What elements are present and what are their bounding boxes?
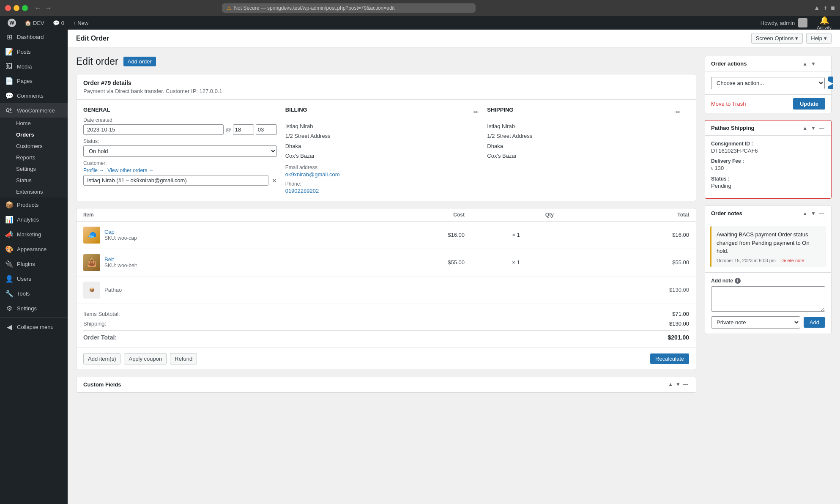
- date-time-row: @: [83, 124, 277, 135]
- sidebar-sub-item-customers[interactable]: Customers: [0, 140, 68, 152]
- remove-customer-icon[interactable]: ✕: [272, 177, 277, 184]
- add-note-section: Add note i Private note Note to customer…: [705, 272, 831, 334]
- delete-note-link[interactable]: Delete note: [780, 258, 804, 263]
- sidebar-sub-item-reports[interactable]: Reports: [0, 152, 68, 163]
- sidebar-sub-item-home[interactable]: Home: [0, 118, 68, 129]
- notes-down-icon[interactable]: ▼: [810, 211, 817, 216]
- howdy-item[interactable]: Howdy, admin: [756, 16, 812, 30]
- cap-name-link[interactable]: Cap: [104, 229, 115, 235]
- sidebar-item-users[interactable]: 👤 Users: [0, 271, 68, 286]
- view-orders-link[interactable]: View other orders →: [107, 167, 153, 173]
- table-row: 👜 Belt SKU: woo-belt $55.00 × 1: [77, 249, 696, 276]
- order-action-select[interactable]: Choose an action... Email invoice / orde…: [711, 77, 825, 89]
- comments-item[interactable]: 💬 0: [49, 16, 68, 30]
- notes-toggle-icon[interactable]: —: [818, 211, 825, 216]
- address-bar[interactable]: ⚠ Not Secure — springdevs.test/wp-admin/…: [222, 3, 476, 13]
- pathao-down-icon[interactable]: ▼: [810, 125, 817, 131]
- new-content-item[interactable]: + New: [68, 16, 93, 30]
- sidebar-sub-item-orders[interactable]: Orders: [0, 129, 68, 140]
- sidebar-collapse-item[interactable]: ◀ Collapse menu: [0, 320, 68, 334]
- sidebar-item-plugins[interactable]: 🔌 Plugins: [0, 257, 68, 271]
- pathao-toggle-icon[interactable]: —: [818, 125, 825, 131]
- belt-cost: $55.00: [348, 249, 471, 276]
- order-actions-toggle[interactable]: —: [818, 61, 825, 67]
- order-actions-up[interactable]: ▲: [802, 61, 808, 67]
- wp-logo-item[interactable]: W: [3, 16, 20, 30]
- minute-input[interactable]: [256, 124, 277, 135]
- sidebar-item-settings[interactable]: ⚙ Settings: [0, 301, 68, 316]
- pathao-info: Consignment ID : DT161023FPCAF6 Delivery…: [705, 136, 831, 198]
- recalculate-button[interactable]: Recalculate: [650, 353, 689, 364]
- site-name-item[interactable]: 🏠 DEV: [20, 16, 49, 30]
- sidebar-item-media[interactable]: 🖼 Media: [0, 59, 68, 74]
- maximize-traffic-light[interactable]: [22, 5, 28, 11]
- sidebar-item-pages[interactable]: 📄 Pages: [0, 74, 68, 88]
- forward-button[interactable]: →: [45, 4, 52, 12]
- collapse-down-icon[interactable]: ▼: [675, 381, 681, 387]
- sidebar-toggle-icon[interactable]: ■: [831, 4, 835, 12]
- update-button[interactable]: Update: [793, 98, 825, 110]
- sidebar-item-analytics[interactable]: 📊 Analytics: [0, 212, 68, 227]
- collapse-label: Collapse menu: [17, 324, 54, 330]
- sidebar-item-products[interactable]: 📦 Products: [0, 197, 68, 212]
- add-order-button[interactable]: Add order: [123, 57, 156, 66]
- new-tab-icon[interactable]: +: [824, 4, 827, 12]
- profile-link[interactable]: Profile →: [83, 167, 104, 173]
- sidebar-item-appearance[interactable]: 🎨 Appearance: [0, 242, 68, 257]
- order-total-value: $201.00: [668, 334, 689, 341]
- sidebar-item-woocommerce[interactable]: 🛍 WooCommerce: [0, 103, 68, 118]
- order-action-go-button[interactable]: ▶: [828, 77, 833, 89]
- order-actions-down[interactable]: ▼: [810, 61, 817, 67]
- sidebar-sub-item-settings[interactable]: Settings: [0, 163, 68, 175]
- belt-name-link[interactable]: Belt: [104, 256, 114, 263]
- note-textarea[interactable]: [711, 286, 825, 312]
- cap-thumbnail: 🧢: [83, 227, 100, 244]
- at-symbol: @: [225, 126, 231, 133]
- content-area: Edit order Add order Order #79 details P…: [68, 47, 840, 408]
- woo-status-label: Status: [16, 177, 32, 184]
- pathao-panel-controls: ▲ ▼ —: [802, 125, 825, 131]
- screen-options-button[interactable]: Screen Options ▾: [751, 33, 803, 44]
- shipping-name: Istiaq Nirab: [487, 121, 681, 131]
- move-to-trash-link[interactable]: Move to Trash: [711, 101, 746, 107]
- edit-order-heading: Edit order Add order: [76, 56, 696, 67]
- pathao-up-icon[interactable]: ▲: [802, 125, 808, 131]
- sidebar-sub-item-extensions[interactable]: Extensions: [0, 186, 68, 197]
- order-notes-panel: Order notes ▲ ▼ — Awaiting BACS payment …: [705, 205, 832, 334]
- notes-up-icon[interactable]: ▲: [802, 211, 808, 216]
- billing-phone-link[interactable]: 01902289202: [285, 188, 319, 194]
- sidebar-item-comments[interactable]: 💬 Comments: [0, 88, 68, 103]
- note-type-select[interactable]: Private note Note to customer: [711, 316, 800, 329]
- tools-icon: 🔧: [5, 290, 14, 298]
- shipping-edit-icon[interactable]: ✏: [676, 109, 681, 115]
- back-button[interactable]: ←: [35, 4, 41, 12]
- activity-button[interactable]: 🔔 Activity: [812, 16, 837, 30]
- add-note-button[interactable]: Add: [804, 317, 825, 328]
- refund-button[interactable]: Refund: [170, 353, 197, 364]
- close-traffic-light[interactable]: [5, 5, 11, 11]
- help-button[interactable]: Help ▾: [806, 33, 832, 44]
- apply-coupon-button[interactable]: Apply coupon: [124, 353, 167, 364]
- sidebar-item-dashboard[interactable]: ⊞ Dashboard: [0, 30, 68, 44]
- minimize-traffic-light[interactable]: [14, 5, 19, 11]
- billing-edit-icon[interactable]: ✏: [473, 109, 479, 115]
- shipping-total-label: Shipping:: [83, 320, 106, 327]
- status-select[interactable]: On hold Pending payment Processing Compl…: [83, 145, 277, 157]
- share-icon[interactable]: ▲: [813, 4, 820, 12]
- pages-icon: 📄: [5, 77, 14, 85]
- customer-input[interactable]: [83, 175, 268, 186]
- billing-title: Billing: [285, 107, 307, 113]
- sidebar-item-marketing[interactable]: 📣 Marketing: [0, 227, 68, 242]
- collapse-up-icon[interactable]: ▲: [667, 381, 674, 387]
- wp-wrapper: ⊞ Dashboard 📝 Posts 🖼 Media 📄 Pages 💬 Co…: [0, 30, 840, 504]
- billing-email-link[interactable]: ok9xnirab@gmail.com: [285, 171, 340, 178]
- date-input[interactable]: [83, 124, 224, 135]
- add-items-button[interactable]: Add item(s): [83, 353, 120, 364]
- sidebar-item-posts[interactable]: 📝 Posts: [0, 44, 68, 59]
- hour-input[interactable]: [233, 124, 254, 135]
- sidebar-sub-item-status[interactable]: Status: [0, 175, 68, 186]
- sidebar-menu: ⊞ Dashboard 📝 Posts 🖼 Media 📄 Pages 💬 Co…: [0, 30, 68, 334]
- collapse-toggle-icon[interactable]: —: [682, 381, 689, 387]
- phone-label: Phone:: [285, 181, 479, 187]
- sidebar-item-tools[interactable]: 🔧 Tools: [0, 286, 68, 301]
